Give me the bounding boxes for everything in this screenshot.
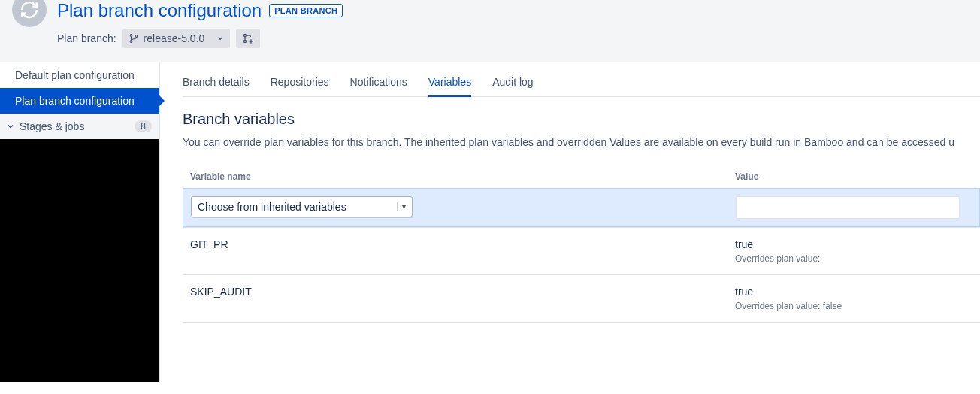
tab-repositories[interactable]: Repositories: [271, 76, 329, 97]
git-branch-plus-icon: [242, 32, 254, 44]
chevron-down-icon: [216, 35, 224, 42]
main-content: Branch details Repositories Notification…: [160, 62, 980, 382]
variables-table: Variable name Value Choose from inherite…: [183, 165, 980, 323]
section-description: You can override plan variables for this…: [183, 135, 980, 150]
tab-label: Variables: [428, 76, 471, 88]
tab-label: Audit log: [492, 76, 533, 88]
override-note: Overrides plan value:: [735, 253, 972, 264]
sidebar-item-label: Default plan configuration: [15, 69, 135, 81]
inherited-variable-select[interactable]: Choose from inherited variables ▾: [191, 196, 413, 217]
branch-selector[interactable]: release-5.0.0: [122, 29, 231, 48]
page-title: Plan branch configuration: [57, 0, 262, 21]
tab-label: Repositories: [271, 76, 329, 88]
tabs: Branch details Repositories Notification…: [183, 76, 980, 97]
tab-label: Branch details: [183, 76, 250, 88]
git-branch-icon: [129, 33, 139, 44]
sidebar-item-plan-branch[interactable]: Plan branch configuration: [0, 88, 159, 114]
sidebar-item-default-plan[interactable]: Default plan configuration: [0, 62, 159, 88]
branch-selector-value: release-5.0.0: [144, 32, 205, 44]
refresh-icon: [20, 0, 39, 20]
svg-point-1: [130, 41, 132, 43]
variable-name: SKIP_AUDIT: [190, 286, 735, 298]
table-row: GIT_PR true Overrides plan value:: [183, 227, 980, 274]
new-variable-value-input[interactable]: [736, 196, 960, 219]
tab-label: Notifications: [350, 76, 407, 88]
variable-value: true: [735, 286, 972, 298]
plan-logo: [12, 0, 47, 27]
create-branch-button[interactable]: [236, 29, 260, 48]
variable-value: true: [735, 238, 972, 250]
tab-notifications[interactable]: Notifications: [350, 76, 407, 97]
add-variable-row: Choose from inherited variables ▾: [183, 188, 980, 227]
tab-audit-log[interactable]: Audit log: [492, 76, 533, 97]
sidebar-section-label: Stages & jobs: [20, 120, 84, 132]
variable-name: GIT_PR: [190, 238, 735, 250]
plan-branch-badge: PLAN BRANCH: [269, 4, 343, 17]
tab-branch-details[interactable]: Branch details: [183, 76, 250, 97]
override-note: Overrides plan value: false: [735, 301, 972, 311]
svg-point-3: [244, 34, 247, 36]
plan-branch-label: Plan branch:: [57, 32, 116, 44]
tab-variables[interactable]: Variables: [428, 76, 471, 97]
sidebar-item-label: Plan branch configuration: [15, 95, 135, 107]
col-header-value: Value: [735, 171, 972, 182]
sidebar: Default plan configuration Plan branch c…: [0, 62, 160, 382]
chevron-down-icon: [6, 122, 15, 131]
table-row: SKIP_AUDIT true Overrides plan value: fa…: [183, 274, 980, 322]
svg-point-4: [244, 40, 247, 42]
select-placeholder: Choose from inherited variables: [198, 201, 346, 213]
svg-point-2: [135, 35, 138, 38]
svg-point-0: [130, 35, 132, 37]
caret-down-icon: ▾: [397, 202, 406, 211]
sidebar-bottom-area: [0, 139, 159, 382]
col-header-name: Variable name: [190, 171, 735, 182]
section-heading: Branch variables: [183, 111, 980, 128]
page-header: Plan branch configuration PLAN BRANCH Pl…: [0, 0, 980, 62]
sidebar-stages-jobs[interactable]: Stages & jobs 8: [0, 114, 159, 139]
sidebar-section-count: 8: [135, 120, 152, 132]
